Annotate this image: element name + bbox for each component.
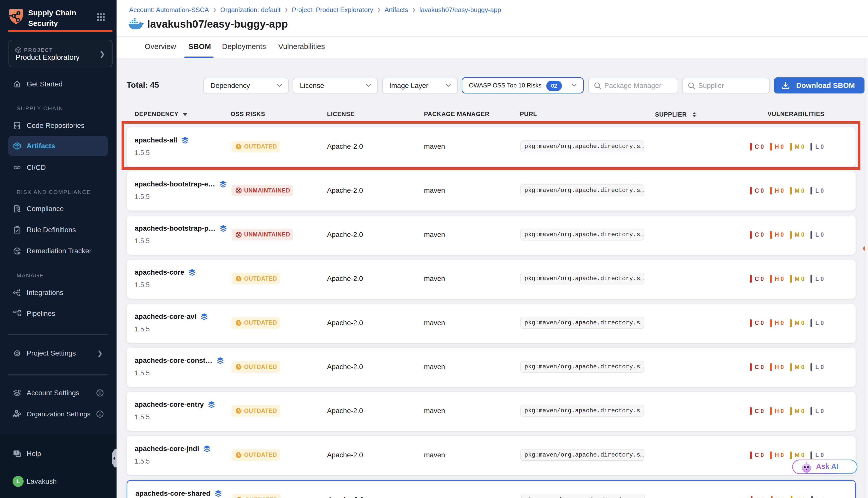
svg-text:?: ?	[15, 451, 17, 455]
